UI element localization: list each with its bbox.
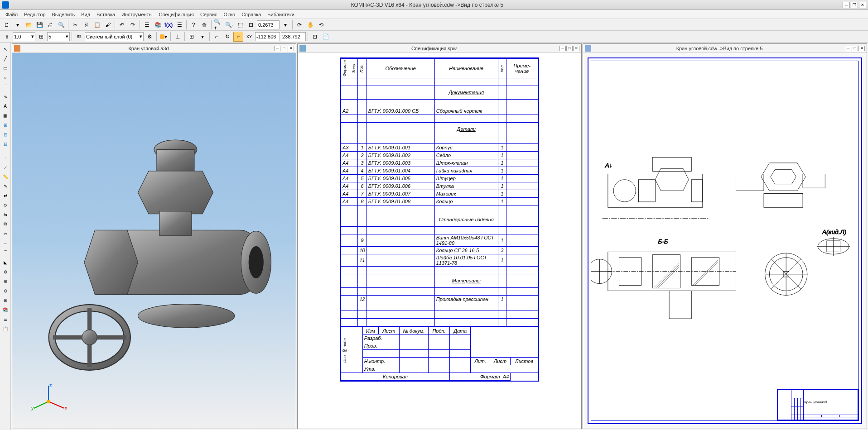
dimension-tool-icon[interactable]: ⊡ xyxy=(1,130,10,139)
spline-tool-icon[interactable]: ∿ xyxy=(1,92,10,101)
spec-row[interactable]: А31БГТУ. 0009.01.001Корпус1 xyxy=(341,143,538,151)
cut-button[interactable]: ✂ xyxy=(70,20,80,30)
menu-help[interactable]: Справка xyxy=(239,11,264,18)
layers-icon[interactable]: ≋ xyxy=(74,32,84,42)
step-icon[interactable]: ⊞ xyxy=(36,32,46,42)
style-button[interactable]: ▾ xyxy=(159,32,169,42)
round-button[interactable]: ↻ xyxy=(222,32,232,42)
spec-row[interactable]: А44БГТУ. 0009.01.004Гайка накидная1 xyxy=(341,167,538,174)
break-tool-icon[interactable]: ⊘ xyxy=(1,267,10,276)
minimize-button[interactable]: ─ xyxy=(843,2,850,8)
3d-viewport[interactable]: x y z xyxy=(12,53,296,429)
point-tool-icon[interactable]: · xyxy=(1,153,10,162)
help-button[interactable]: ? xyxy=(188,20,198,30)
copy-button[interactable]: ⎘ xyxy=(81,20,91,30)
context-help-button[interactable]: ⟰ xyxy=(199,20,209,30)
table-tool-icon[interactable]: ⊞ xyxy=(1,120,10,129)
rotate-tool-icon[interactable]: ⟳ xyxy=(1,201,10,210)
variables-button[interactable]: f(x) xyxy=(164,20,174,30)
extend-tool-icon[interactable]: → xyxy=(1,239,10,248)
zoom-out-button[interactable]: 🔍- xyxy=(224,20,234,30)
menu-service[interactable]: Сервис xyxy=(198,11,220,18)
rect-tool-icon[interactable]: ▭ xyxy=(1,63,10,72)
pane-maximize-button[interactable]: □ xyxy=(852,46,858,51)
layer-combo[interactable]: Системный слой (0)▾ xyxy=(85,32,144,41)
pane-minimize-button[interactable]: ─ xyxy=(559,46,566,51)
edit-tool-icon[interactable]: ✎ xyxy=(1,182,10,191)
spec-row[interactable]: 10Кольцо СГ 36-16-53 xyxy=(341,246,538,254)
param-button[interactable]: ⊡ xyxy=(310,32,320,42)
menu-editor[interactable]: Редактор xyxy=(21,11,48,18)
drawing-viewport[interactable]: A↓ xyxy=(583,53,867,429)
print-button[interactable]: 🖨 xyxy=(45,20,55,30)
mirror-tool-icon[interactable]: ⇋ xyxy=(1,210,10,219)
spec-row[interactable]: 11Шайба 10.01.05 ГОСТ 11371-781 xyxy=(341,254,538,266)
spec-row[interactable]: 12Прокладка-прессшпан1 xyxy=(341,295,538,303)
zoom-window-button[interactable]: ⬚ xyxy=(235,20,245,30)
menu-tools[interactable]: Инструменты xyxy=(119,11,155,18)
pane-close-button[interactable]: ✕ xyxy=(858,46,865,51)
refresh-button[interactable]: ⟳ xyxy=(294,20,304,30)
redo-button[interactable]: ↷ xyxy=(128,20,138,30)
leader-tool-icon[interactable]: ⊟ xyxy=(1,139,10,148)
spec-row[interactable]: А48БГТУ. 0009.01.008Кольцо1 xyxy=(341,197,538,205)
chamfer-tool-icon[interactable]: ◣ xyxy=(1,258,10,267)
copy-tool-icon[interactable]: ⧉ xyxy=(1,220,10,229)
step-combo[interactable]: 5▾ xyxy=(47,32,70,41)
menu-view[interactable]: Вид xyxy=(78,11,93,18)
coord-x-input[interactable] xyxy=(255,32,280,41)
spec-row[interactable]: 9Винт АМ10х50о48 ГОСТ 1491-801 xyxy=(341,234,538,246)
preview-button[interactable]: 🔍 xyxy=(56,20,66,30)
maximize-button[interactable]: ❐ xyxy=(851,2,858,8)
zoom-in-button[interactable]: 🔍+ xyxy=(213,20,223,30)
zoom-dropdown[interactable]: ▾ xyxy=(280,20,290,30)
format-painter-button[interactable]: 🖌 xyxy=(103,20,113,30)
library-button[interactable]: 📚 xyxy=(153,20,163,30)
local-cs-button[interactable]: ⌐ xyxy=(233,32,243,42)
spec-row[interactable]: А46БГТУ. 0009.01.006Втулка1 xyxy=(341,182,538,190)
menu-file[interactable]: Файл xyxy=(3,11,20,18)
zoom-fit-button[interactable]: ⊡ xyxy=(246,20,256,30)
pane-minimize-button[interactable]: ─ xyxy=(274,46,280,51)
new-doc-button[interactable]: 🗋 xyxy=(2,20,12,30)
save-button[interactable]: 💾 xyxy=(34,20,44,30)
scale-combo[interactable]: 1.0▾ xyxy=(13,32,35,41)
param-tool-icon[interactable]: ⊕ xyxy=(1,277,10,286)
trim-tool-icon[interactable]: ✂ xyxy=(1,229,10,238)
pan-button[interactable]: ✋ xyxy=(305,20,315,30)
snap-button[interactable]: ⊥ xyxy=(173,32,183,42)
undo-button[interactable]: ↶ xyxy=(117,20,127,30)
hatch-tool-icon[interactable]: ▦ xyxy=(1,111,10,120)
arrow-tool-icon[interactable]: ↖ xyxy=(1,44,10,53)
spec-tool-icon[interactable]: ≣ xyxy=(1,315,10,324)
line-tool-icon[interactable]: ╱ xyxy=(1,54,10,63)
circle-tool-icon[interactable]: ○ xyxy=(1,73,10,82)
move-tool-icon[interactable]: ⇄ xyxy=(1,191,10,200)
doc-button[interactable]: 📄 xyxy=(321,32,331,42)
grid-dropdown[interactable]: ▾ xyxy=(198,32,207,42)
menu-insert[interactable]: Вставка xyxy=(94,11,118,18)
menu-select[interactable]: Выделить xyxy=(49,11,77,18)
spec-row[interactable]: А42БГТУ. 0009.01.002Седло1 xyxy=(341,151,538,159)
pane-minimize-button[interactable]: ─ xyxy=(845,46,851,51)
text-tool-icon[interactable]: A xyxy=(1,101,10,110)
menu-libraries[interactable]: Библиотеки xyxy=(265,11,297,18)
spec-row[interactable]: А43БГТУ. 0009.01.003Шток-клапан1 xyxy=(341,159,538,167)
menu-spec[interactable]: Спецификация xyxy=(156,11,197,18)
menu-window[interactable]: Окно xyxy=(221,11,238,18)
insert-tool-icon[interactable]: ⊞ xyxy=(1,296,10,305)
layer-manager-button[interactable]: ⚙ xyxy=(145,32,154,42)
spec-row[interactable]: А45БГТУ. 0009.01.005Штуцер1 xyxy=(341,174,538,182)
macro-tool-icon[interactable]: ⊙ xyxy=(1,286,10,295)
aux-line-tool-icon[interactable]: ⟋ xyxy=(1,162,10,172)
tree-button[interactable]: ☰ xyxy=(174,20,184,30)
report-tool-icon[interactable]: 📋 xyxy=(1,324,10,333)
close-button[interactable]: ✕ xyxy=(859,2,866,8)
spec-row[interactable]: А2БГТУ. 0009.01.000 СБСборочный чертеж xyxy=(341,107,538,115)
open-button[interactable]: 📂 xyxy=(24,20,34,30)
pane-maximize-button[interactable]: □ xyxy=(566,46,573,51)
coord-y-input[interactable] xyxy=(281,32,306,41)
library-tool-icon[interactable]: 📚 xyxy=(1,305,10,314)
properties-button[interactable]: ☰ xyxy=(142,20,152,30)
grid-button[interactable]: ⊞ xyxy=(187,32,197,42)
